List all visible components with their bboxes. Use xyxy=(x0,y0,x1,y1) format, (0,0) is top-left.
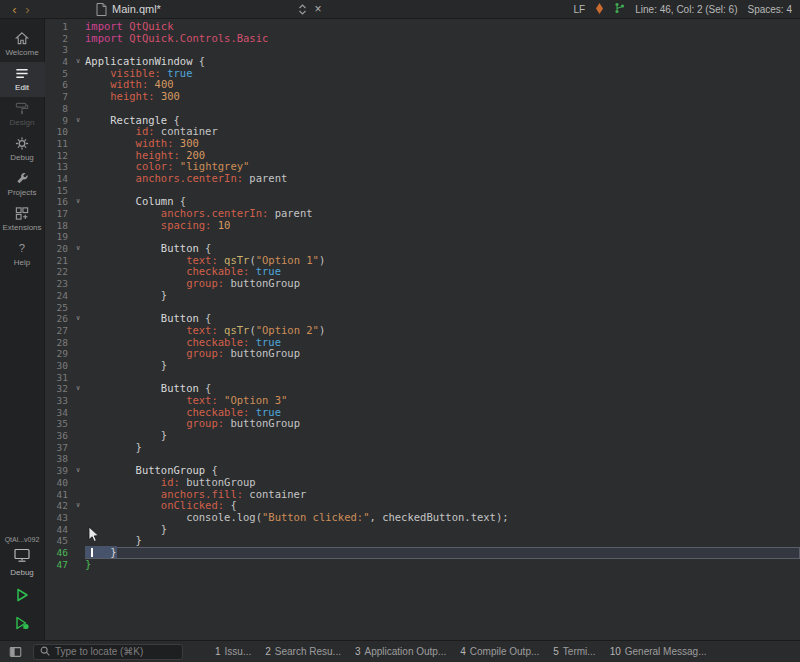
code-line-47[interactable]: 47} xyxy=(45,559,800,571)
output-pane-application-output[interactable]: 3 Application Outp... xyxy=(355,646,446,657)
fold-gutter xyxy=(71,489,85,501)
fold-gutter xyxy=(71,68,85,80)
fold-gutter xyxy=(71,138,85,150)
code-line-36[interactable]: 36 } xyxy=(45,430,800,442)
design-brush-icon xyxy=(14,101,30,116)
fold-marker-icon[interactable]: ∨ xyxy=(71,465,85,477)
mode-sidebar: Welcome Edit Design Debug Projects xyxy=(0,19,45,640)
run-button[interactable] xyxy=(14,582,30,608)
line-number: 34 xyxy=(45,407,71,419)
toggle-left-panel-icon[interactable] xyxy=(8,645,23,659)
status-bar: Type to locate (⌘K) 1 Issu... 2 Search R… xyxy=(0,640,800,662)
pane-label: Issu... xyxy=(225,646,252,657)
indent-settings[interactable]: Spaces: 4 xyxy=(748,4,792,15)
debug-run-button[interactable] xyxy=(14,610,30,636)
line-number: 19 xyxy=(45,231,71,243)
close-document-button[interactable]: × xyxy=(312,2,324,16)
code-line-30[interactable]: 30 } xyxy=(45,360,800,372)
code-area: 1import QtQuick2import QtQuick.Controls.… xyxy=(45,21,800,570)
line-number: 12 xyxy=(45,150,71,162)
code-text: height: 300 xyxy=(85,91,800,103)
fold-marker-icon[interactable]: ∨ xyxy=(71,313,85,325)
sidebar-item-help[interactable]: ? Help xyxy=(0,237,45,272)
code-text: import QtQuick.Controls.Basic xyxy=(85,33,800,45)
code-line-37[interactable]: 37 } xyxy=(45,442,800,454)
fold-marker-icon[interactable]: ∨ xyxy=(71,500,85,512)
pane-number: 5 xyxy=(553,646,559,657)
fold-gutter xyxy=(71,407,85,419)
extensions-icon xyxy=(14,206,30,221)
line-number: 47 xyxy=(45,559,71,571)
branch-icon[interactable] xyxy=(614,2,625,16)
kit-target-label: Debug xyxy=(10,568,34,577)
fold-gutter xyxy=(71,33,85,45)
kit-block: QtAl...v092 Debug xyxy=(0,536,45,640)
output-pane-compile-output[interactable]: 4 Compile Outp... xyxy=(460,646,539,657)
code-line-46[interactable]: 46 } xyxy=(45,547,800,559)
code-line-18[interactable]: 18 spacing: 10 xyxy=(45,220,800,232)
code-line-44[interactable]: 44 } xyxy=(45,524,800,536)
code-text xyxy=(85,185,800,197)
line-number: 17 xyxy=(45,208,71,220)
sidebar-item-debug[interactable]: Debug xyxy=(0,132,45,167)
sidebar-item-projects[interactable]: Projects xyxy=(0,167,45,202)
line-number: 18 xyxy=(45,220,71,232)
home-icon xyxy=(14,31,30,46)
fold-gutter xyxy=(71,220,85,232)
line-number: 32 xyxy=(45,383,71,395)
document-dropdown-icon[interactable] xyxy=(298,3,307,16)
line-number: 27 xyxy=(45,325,71,337)
code-line-2[interactable]: 2import QtQuick.Controls.Basic xyxy=(45,33,800,45)
fold-gutter xyxy=(71,150,85,162)
line-number: 26 xyxy=(45,313,71,325)
sidebar-item-welcome[interactable]: Welcome xyxy=(0,27,45,62)
sidebar-item-edit[interactable]: Edit xyxy=(0,62,45,97)
sidebar-item-label: Debug xyxy=(10,153,34,162)
kit-name[interactable]: QtAl...v092 xyxy=(5,536,40,543)
line-number: 13 xyxy=(45,161,71,173)
output-pane-issues[interactable]: 1 Issu... xyxy=(215,646,251,657)
code-text: spacing: 10 xyxy=(85,220,800,232)
code-line-7[interactable]: 7 height: 300 xyxy=(45,91,800,103)
fold-gutter xyxy=(71,103,85,115)
fold-marker-icon[interactable]: ∨ xyxy=(71,115,85,127)
output-pane-terminal[interactable]: 5 Termi... xyxy=(553,646,595,657)
sidebar-item-label: Design xyxy=(10,118,35,127)
sidebar-item-extensions[interactable]: Extensions xyxy=(0,202,45,237)
document-title[interactable]: Main.qml* xyxy=(112,3,161,15)
code-line-24[interactable]: 24 } xyxy=(45,290,800,302)
locator-field[interactable]: Type to locate (⌘K) xyxy=(33,644,183,660)
sidebar-item-label: Welcome xyxy=(5,48,38,57)
fold-marker-icon[interactable]: ∨ xyxy=(71,243,85,255)
line-number: 38 xyxy=(45,453,71,465)
file-icon xyxy=(96,3,107,16)
help-icon: ? xyxy=(14,241,30,256)
output-panes: 1 Issu... 2 Search Resu... 3 Application… xyxy=(215,646,706,657)
back-button[interactable]: ‹ xyxy=(8,3,21,16)
fold-gutter xyxy=(71,302,85,314)
forward-button[interactable]: › xyxy=(21,3,34,16)
qt-creator-window: ‹ › Main.qml* × LF Line: 46, Col: 2 (Sel… xyxy=(0,0,800,662)
fold-gutter xyxy=(71,278,85,290)
line-number: 6 xyxy=(45,79,71,91)
kit-selector[interactable]: Debug xyxy=(10,545,34,580)
output-pane-search-results[interactable]: 2 Search Resu... xyxy=(265,646,341,657)
fold-gutter xyxy=(71,208,85,220)
fold-gutter xyxy=(71,126,85,138)
code-line-14[interactable]: 14 anchors.centerIn: parent xyxy=(45,173,800,185)
document-tab[interactable]: Main.qml* × xyxy=(96,2,324,16)
line-number: 36 xyxy=(45,430,71,442)
line-number: 42 xyxy=(45,500,71,512)
pane-label: Search Resu... xyxy=(275,646,341,657)
code-editor[interactable]: 1import QtQuick2import QtQuick.Controls.… xyxy=(45,19,800,640)
line-number: 15 xyxy=(45,185,71,197)
fold-marker-icon[interactable]: ∨ xyxy=(71,56,85,68)
fold-marker-icon[interactable]: ∨ xyxy=(71,196,85,208)
code-line-45[interactable]: 45 } xyxy=(45,535,800,547)
gear-icon xyxy=(14,136,30,151)
line-number: 9 xyxy=(45,115,71,127)
output-pane-general-messages[interactable]: 10 General Messag... xyxy=(610,646,707,657)
fold-marker-icon[interactable]: ∨ xyxy=(71,383,85,395)
line-number: 28 xyxy=(45,337,71,349)
line-ending-indicator[interactable]: LF xyxy=(574,4,586,15)
